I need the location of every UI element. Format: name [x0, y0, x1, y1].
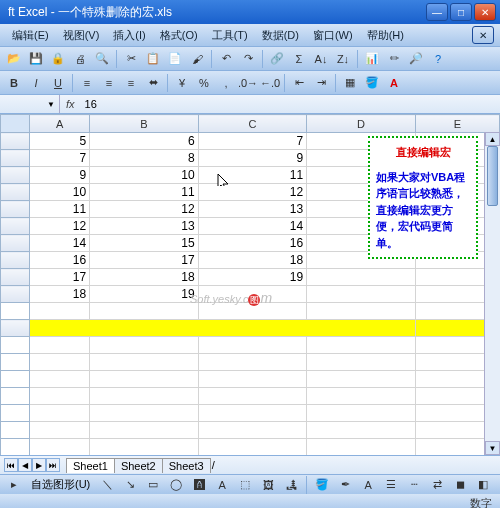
row-header[interactable] — [1, 218, 30, 235]
decrease-decimal-icon[interactable]: ←.0 — [260, 73, 280, 93]
merge-icon[interactable]: ⬌ — [143, 73, 163, 93]
doc-close-button[interactable]: ✕ — [472, 26, 494, 44]
cell[interactable]: 18 — [90, 269, 198, 286]
scroll-thumb[interactable] — [487, 146, 498, 206]
undo-icon[interactable]: ↶ — [216, 49, 236, 69]
cell[interactable]: 17 — [90, 252, 198, 269]
align-right-icon[interactable]: ≡ — [121, 73, 141, 93]
line-style-icon[interactable]: ☰ — [381, 475, 401, 495]
cell[interactable] — [307, 269, 415, 286]
row-header[interactable] — [1, 201, 30, 218]
increase-decimal-icon[interactable]: .0→ — [238, 73, 258, 93]
row-header[interactable] — [1, 269, 30, 286]
cell[interactable]: 14 — [198, 218, 306, 235]
wordart-icon[interactable]: A — [212, 475, 232, 495]
cell[interactable]: 7 — [29, 150, 89, 167]
cut-icon[interactable]: ✂ — [121, 49, 141, 69]
line-icon[interactable]: ＼ — [97, 475, 117, 495]
print-icon[interactable]: 🖨 — [70, 49, 90, 69]
tab-sheet3[interactable]: Sheet3 — [162, 458, 211, 473]
zoom-icon[interactable]: 🔎 — [406, 49, 426, 69]
bold-icon[interactable]: B — [4, 73, 24, 93]
arrow-icon[interactable]: ↘ — [120, 475, 140, 495]
maximize-button[interactable]: □ — [450, 3, 472, 21]
sort-asc-icon[interactable]: A↓ — [311, 49, 331, 69]
cell[interactable]: 17 — [29, 269, 89, 286]
copy-icon[interactable]: 📋 — [143, 49, 163, 69]
menu-tools[interactable]: 工具(T) — [206, 26, 254, 45]
scroll-down-icon[interactable]: ▼ — [485, 441, 500, 455]
menu-data[interactable]: 数据(D) — [256, 26, 305, 45]
menu-help[interactable]: 帮助(H) — [361, 26, 410, 45]
format-painter-icon[interactable]: 🖌 — [187, 49, 207, 69]
menu-edit[interactable]: 编辑(E) — [6, 26, 55, 45]
currency-icon[interactable]: ¥ — [172, 73, 192, 93]
hyperlink-icon[interactable]: 🔗 — [267, 49, 287, 69]
dash-style-icon[interactable]: ┄ — [404, 475, 424, 495]
cell[interactable]: 18 — [198, 252, 306, 269]
open-icon[interactable]: 📂 — [4, 49, 24, 69]
comment-note[interactable]: 直接编辑宏 如果大家对VBA程序语言比较熟悉，直接编辑宏更方便，宏代码更简单。 — [368, 136, 478, 259]
fx-label[interactable]: fx — [60, 98, 81, 110]
drawing-icon[interactable]: ✏ — [384, 49, 404, 69]
cell[interactable]: 19 — [198, 269, 306, 286]
3d-icon[interactable]: ◧ — [473, 475, 493, 495]
italic-icon[interactable]: I — [26, 73, 46, 93]
picture-icon[interactable]: 🏞 — [281, 475, 301, 495]
cell[interactable]: 9 — [198, 150, 306, 167]
col-header[interactable]: E — [415, 115, 499, 133]
permission-icon[interactable]: 🔒 — [48, 49, 68, 69]
minimize-button[interactable]: — — [426, 3, 448, 21]
increase-indent-icon[interactable]: ⇥ — [311, 73, 331, 93]
shadow-icon[interactable]: ◼ — [450, 475, 470, 495]
cell[interactable]: 19 — [90, 286, 198, 303]
row-header[interactable] — [1, 235, 30, 252]
paste-icon[interactable]: 📄 — [165, 49, 185, 69]
close-button[interactable]: ✕ — [474, 3, 496, 21]
row-header[interactable] — [1, 150, 30, 167]
line-color-icon[interactable]: ✒ — [335, 475, 355, 495]
textbox-icon[interactable]: 🅰 — [189, 475, 209, 495]
row-header[interactable] — [1, 184, 30, 201]
cell[interactable]: 10 — [90, 167, 198, 184]
cell[interactable]: 8 — [90, 150, 198, 167]
cell[interactable]: 12 — [90, 201, 198, 218]
autosum-icon[interactable]: Σ — [289, 49, 309, 69]
cell[interactable]: 11 — [198, 167, 306, 184]
font-color2-icon[interactable]: A — [358, 475, 378, 495]
cell[interactable]: 15 — [90, 235, 198, 252]
cell[interactable]: 5 — [29, 133, 89, 150]
col-header[interactable]: B — [90, 115, 198, 133]
scroll-up-icon[interactable]: ▲ — [485, 132, 500, 146]
col-header[interactable]: C — [198, 115, 306, 133]
row-header[interactable] — [1, 252, 30, 269]
cell[interactable] — [198, 286, 306, 303]
name-box[interactable]: ▼ — [0, 95, 60, 113]
cell[interactable]: 14 — [29, 235, 89, 252]
cell[interactable]: 16 — [198, 235, 306, 252]
tab-sheet2[interactable]: Sheet2 — [114, 458, 163, 473]
tab-first-icon[interactable]: ⏮ — [4, 458, 18, 472]
arrow-style-icon[interactable]: ⇄ — [427, 475, 447, 495]
cell[interactable]: 9 — [29, 167, 89, 184]
redo-icon[interactable]: ↷ — [238, 49, 258, 69]
cell[interactable]: 13 — [198, 201, 306, 218]
comma-icon[interactable]: , — [216, 73, 236, 93]
tab-next-icon[interactable]: ▶ — [32, 458, 46, 472]
formula-value[interactable]: 16 — [81, 98, 101, 110]
row-header[interactable] — [1, 167, 30, 184]
draw-menu-icon[interactable]: ▸ — [4, 475, 24, 495]
col-header[interactable]: D — [307, 115, 415, 133]
align-center-icon[interactable]: ≡ — [99, 73, 119, 93]
cell[interactable]: 18 — [29, 286, 89, 303]
menu-insert[interactable]: 插入(I) — [107, 26, 151, 45]
tab-last-icon[interactable]: ⏭ — [46, 458, 60, 472]
cell[interactable]: 11 — [90, 184, 198, 201]
fill-icon[interactable]: 🪣 — [312, 475, 332, 495]
clipart-icon[interactable]: 🖼 — [258, 475, 278, 495]
underline-icon[interactable]: U — [48, 73, 68, 93]
tab-prev-icon[interactable]: ◀ — [18, 458, 32, 472]
chart-icon[interactable]: 📊 — [362, 49, 382, 69]
borders-icon[interactable]: ▦ — [340, 73, 360, 93]
help-icon[interactable]: ? — [428, 49, 448, 69]
